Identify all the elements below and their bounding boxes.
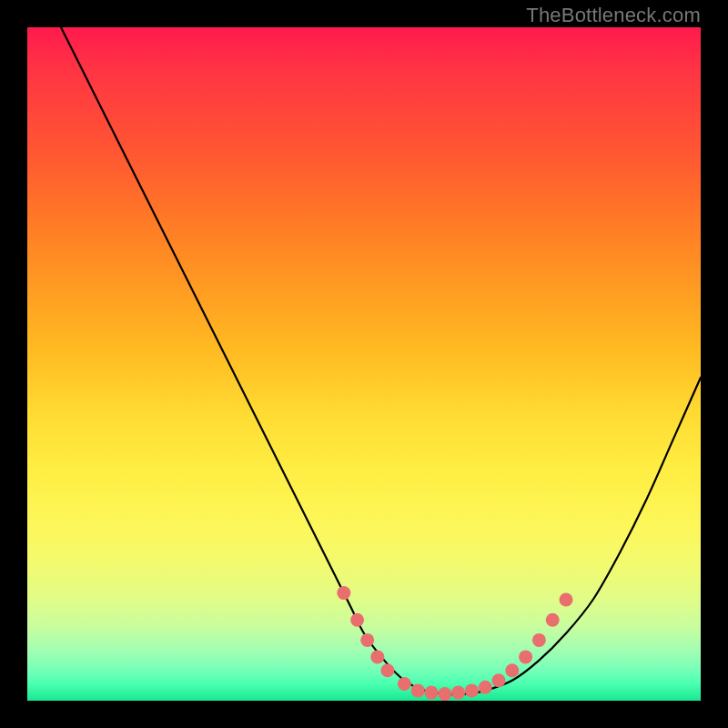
chart-frame: TheBottleneck.com — [0, 0, 728, 728]
chart-svg — [27, 27, 701, 701]
marker-dot — [532, 633, 546, 647]
marker-dot — [505, 663, 519, 677]
plot-area — [27, 27, 701, 701]
marker-dot — [370, 650, 384, 663]
marker-dot — [519, 650, 532, 663]
marker-dot — [438, 687, 451, 701]
marker-dot — [411, 683, 425, 697]
marker-dot — [398, 677, 411, 691]
marker-dot — [380, 663, 394, 677]
watermark-text: TheBottleneck.com — [526, 4, 701, 27]
marker-dot — [337, 586, 350, 600]
marker-dot — [425, 686, 439, 700]
marker-dot — [479, 681, 492, 694]
marker-dot — [492, 673, 506, 687]
curve-layer — [61, 27, 701, 694]
bottleneck-curve — [61, 27, 701, 694]
marker-dot — [350, 613, 364, 627]
marker-dot — [360, 633, 374, 647]
valley-markers — [337, 586, 572, 701]
marker-dot — [465, 683, 479, 697]
marker-dot — [451, 686, 465, 700]
marker-dot — [560, 593, 573, 607]
marker-dot — [546, 613, 560, 627]
